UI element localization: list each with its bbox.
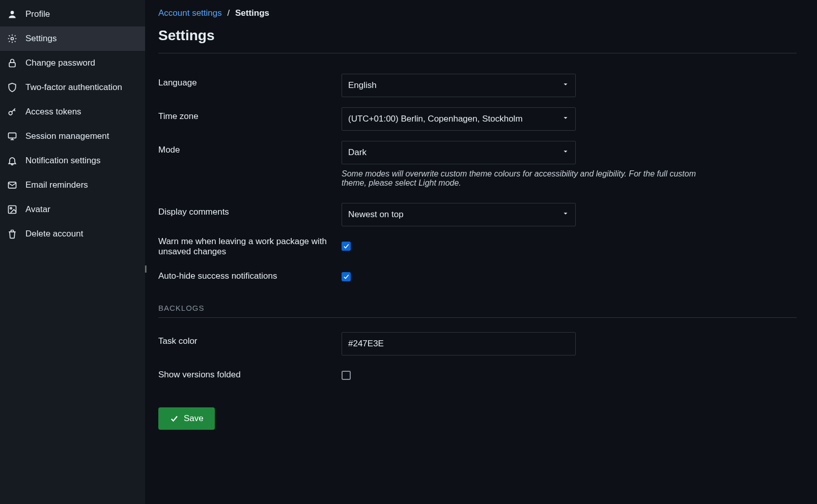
lock-icon <box>7 58 25 68</box>
sidebar-item-label: Notification settings <box>25 156 100 166</box>
breadcrumb-current: Settings <box>235 8 269 18</box>
bell-icon <box>7 156 25 166</box>
sidebar-item-label: Two-factor authentication <box>25 82 122 93</box>
mode-help-text: Some modes will overwrite custom theme c… <box>342 169 708 188</box>
main-content: Account settings / Settings Settings Lan… <box>145 0 817 504</box>
image-icon <box>7 204 25 215</box>
sidebar-item-label: Email reminders <box>25 180 88 190</box>
check-icon <box>170 414 179 423</box>
taskcolor-input[interactable]: #247E3E <box>342 332 576 355</box>
timezone-select[interactable]: (UTC+01:00) Berlin, Copenhagen, Stockhol… <box>342 107 576 131</box>
sidebar-resize-handle[interactable]: || <box>145 264 146 273</box>
shield-icon <box>7 82 25 93</box>
sidebar: Profile Settings Change password Two-fac… <box>0 0 145 504</box>
chevron-down-icon <box>562 114 569 124</box>
comments-value: Newest on top <box>348 210 404 220</box>
sidebar-item-profile[interactable]: Profile <box>0 2 145 26</box>
sidebar-item-email-reminders[interactable]: Email reminders <box>0 173 145 197</box>
svg-rect-2 <box>9 63 15 67</box>
taskcolor-label: Task color <box>158 332 342 346</box>
sidebar-item-label: Settings <box>25 34 57 44</box>
sidebar-item-label: Access tokens <box>25 107 81 117</box>
svg-point-1 <box>11 38 14 40</box>
person-icon <box>7 9 25 19</box>
sidebar-item-avatar[interactable]: Avatar <box>0 197 145 222</box>
warn-label: Warn me when leaving a work package with… <box>158 236 342 257</box>
autohide-checkbox[interactable] <box>342 272 351 281</box>
mode-label: Mode <box>158 141 342 155</box>
monitor-icon <box>7 131 25 141</box>
sidebar-item-session-management[interactable]: Session management <box>0 124 145 149</box>
mail-icon <box>7 180 25 190</box>
taskcolor-value: #247E3E <box>348 339 384 349</box>
comments-label: Display comments <box>158 203 342 217</box>
sidebar-item-delete-account[interactable]: Delete account <box>0 222 145 246</box>
sidebar-item-two-factor[interactable]: Two-factor authentication <box>0 75 145 100</box>
breadcrumb-parent-link[interactable]: Account settings <box>158 8 222 18</box>
svg-rect-6 <box>9 206 16 214</box>
language-value: English <box>348 80 377 91</box>
warn-checkbox[interactable] <box>342 242 351 251</box>
sidebar-item-label: Avatar <box>25 204 50 215</box>
chevron-down-icon <box>562 210 569 220</box>
key-icon <box>7 107 25 117</box>
svg-point-0 <box>11 11 14 14</box>
sidebar-item-change-password[interactable]: Change password <box>0 51 145 75</box>
trash-icon <box>7 229 25 239</box>
versions-checkbox[interactable] <box>342 371 351 380</box>
mode-value: Dark <box>348 147 367 158</box>
svg-point-3 <box>9 111 12 115</box>
comments-select[interactable]: Newest on top <box>342 203 576 226</box>
mode-select[interactable]: Dark <box>342 141 576 164</box>
chevron-down-icon <box>562 147 569 158</box>
autohide-label: Auto-hide success notifications <box>158 267 342 281</box>
breadcrumb-separator: / <box>227 8 230 18</box>
sidebar-item-settings[interactable]: Settings <box>0 26 145 51</box>
sidebar-item-label: Delete account <box>25 229 83 239</box>
breadcrumb: Account settings / Settings <box>158 8 797 18</box>
svg-point-7 <box>10 207 12 209</box>
language-select[interactable]: English <box>342 74 576 97</box>
backlogs-section-header: BACKLOGS <box>158 304 797 318</box>
timezone-value: (UTC+01:00) Berlin, Copenhagen, Stockhol… <box>348 114 523 124</box>
timezone-label: Time zone <box>158 107 342 122</box>
chevron-down-icon <box>562 80 569 91</box>
sidebar-item-label: Session management <box>25 131 109 141</box>
sidebar-item-notification-settings[interactable]: Notification settings <box>0 149 145 173</box>
gear-icon <box>7 34 25 44</box>
versions-label: Show versions folded <box>158 366 342 380</box>
sidebar-item-label: Profile <box>25 9 50 19</box>
sidebar-item-access-tokens[interactable]: Access tokens <box>0 100 145 124</box>
sidebar-item-label: Change password <box>25 58 95 68</box>
save-button-label: Save <box>184 413 204 424</box>
language-label: Language <box>158 74 342 88</box>
page-title: Settings <box>158 27 797 53</box>
save-button[interactable]: Save <box>158 407 215 430</box>
svg-rect-4 <box>9 133 16 138</box>
